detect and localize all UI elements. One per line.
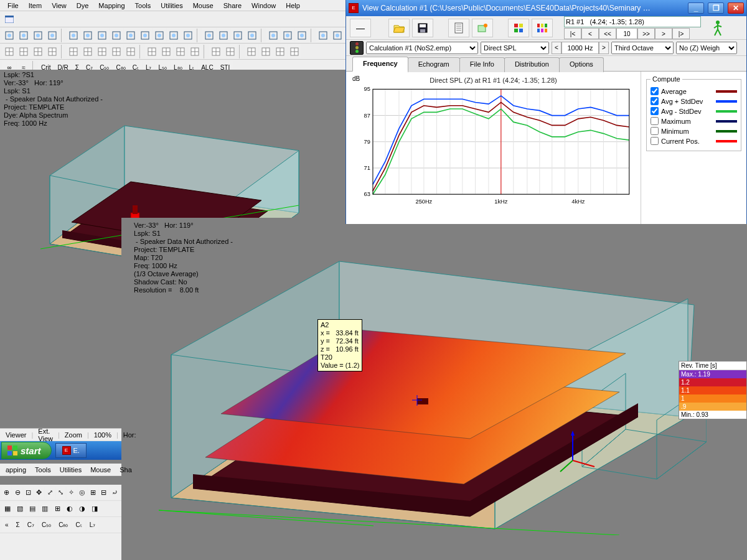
nav-btn[interactable]: > xyxy=(655,28,672,39)
menu-mouse[interactable]: Mouse xyxy=(188,1,218,11)
scale3-icon[interactable] xyxy=(273,45,287,58)
status-item[interactable]: Zoom xyxy=(61,431,86,439)
tool-icon[interactable]: ⤡ xyxy=(56,487,65,499)
close-button[interactable]: ✕ xyxy=(728,2,744,14)
room-big-render[interactable] xyxy=(146,243,707,535)
grad-cap-icon[interactable] xyxy=(281,29,294,42)
menu-file[interactable]: File xyxy=(2,1,24,11)
freq-prev-icon[interactable]: < xyxy=(552,42,561,54)
gear-icon[interactable] xyxy=(331,29,344,42)
menu-utilities[interactable]: Utilities xyxy=(156,1,187,11)
open-icon[interactable] xyxy=(388,19,410,37)
menu-help[interactable]: Help xyxy=(281,1,305,11)
readout-field[interactable] xyxy=(564,16,701,27)
tool-icon[interactable]: ⊟ xyxy=(99,487,108,499)
target3-icon[interactable] xyxy=(231,29,245,42)
compute-maximum[interactable]: Maximum xyxy=(651,117,737,125)
compute-avgstddev[interactable]: Avg + StdDev xyxy=(651,97,737,105)
printer-icon[interactable] xyxy=(2,29,16,42)
menu-mapping[interactable]: Mapping xyxy=(93,1,129,11)
tool-icon[interactable]: ⊡ xyxy=(24,487,33,499)
nav-btn[interactable]: >> xyxy=(637,28,655,39)
metric-button[interactable]: Σ xyxy=(13,519,23,531)
checkbox[interactable] xyxy=(651,127,659,135)
checkbox[interactable] xyxy=(651,107,659,115)
target4-icon[interactable] xyxy=(245,29,259,42)
clipboard-icon[interactable] xyxy=(17,29,31,42)
calc-select[interactable]: Calculation #1 (NoS2.emp) xyxy=(366,42,478,54)
tool-icon[interactable]: ◎ xyxy=(78,487,87,499)
menu-item[interactable]: Mouse xyxy=(87,466,115,474)
compute-minimum[interactable]: Minimum xyxy=(651,127,737,135)
tool-icon[interactable]: ⊞ xyxy=(88,487,98,499)
menu-item[interactable]: apping xyxy=(2,466,30,474)
metric-button[interactable]: Cₜ xyxy=(72,519,85,531)
tool-icon[interactable]: ✧ xyxy=(67,487,76,499)
tool-icon[interactable]: ⊖ xyxy=(12,487,22,499)
grid4-icon[interactable] xyxy=(45,45,59,58)
scale1-icon[interactable] xyxy=(245,45,258,58)
nav-btn[interactable]: |< xyxy=(564,28,581,39)
wire3-icon[interactable] xyxy=(95,45,109,58)
menu-item[interactable]: Utilities xyxy=(56,466,85,474)
wire4-icon[interactable] xyxy=(110,45,123,58)
hand-icon[interactable] xyxy=(181,29,195,42)
tool-icon[interactable]: ▦ xyxy=(2,503,13,515)
calc-titlebar[interactable]: E View Calculation #1 (C:\Users\Public\D… xyxy=(346,0,746,16)
nav-btn[interactable]: < xyxy=(581,28,599,39)
start-button[interactable]: start xyxy=(1,442,52,459)
menu-item[interactable]: Sha xyxy=(116,466,136,474)
freq-next-icon[interactable]: > xyxy=(599,42,609,54)
flag-icon[interactable] xyxy=(295,29,309,42)
menu-view[interactable]: View xyxy=(47,1,72,11)
arrange-1-icon[interactable] xyxy=(508,19,529,37)
minimize-button[interactable]: _ xyxy=(688,2,704,14)
spl-chart[interactable]: 6371798795250Hz1kHz4kHz xyxy=(352,84,634,208)
metric-button[interactable]: L₇ xyxy=(87,519,99,531)
menu-item[interactable]: Item xyxy=(24,1,47,11)
scale4-icon[interactable] xyxy=(288,45,301,58)
cursor-icon[interactable] xyxy=(67,29,80,42)
scale2-icon[interactable] xyxy=(259,45,273,58)
rect-icon[interactable] xyxy=(110,29,123,42)
tool-icon[interactable]: ◑ xyxy=(77,503,88,515)
tab-echogram[interactable]: Echogram xyxy=(408,57,460,72)
text-icon[interactable] xyxy=(167,29,181,42)
weight-select[interactable]: No (Z) Weigh xyxy=(676,42,737,54)
erase-icon[interactable] xyxy=(153,29,166,42)
compute-currentpos[interactable]: Current Pos. xyxy=(651,137,737,145)
tool-icon[interactable]: ▥ xyxy=(39,503,50,515)
compute-avgstddev[interactable]: Avg - StdDev xyxy=(651,107,737,115)
pencil-icon[interactable] xyxy=(81,29,95,42)
export-icon[interactable] xyxy=(472,19,493,37)
document-icon[interactable] xyxy=(448,19,469,37)
metric-button[interactable]: C₇ xyxy=(24,519,37,531)
grid1-icon[interactable] xyxy=(2,45,16,58)
color3-icon[interactable] xyxy=(174,45,187,58)
person-icon[interactable] xyxy=(266,29,280,42)
save-icon[interactable] xyxy=(412,19,433,37)
band-select[interactable]: Third Octave xyxy=(611,42,674,54)
measure-select[interactable]: Direct SPL xyxy=(481,42,549,54)
checkbox[interactable] xyxy=(651,117,659,125)
wire1-icon[interactable] xyxy=(67,45,80,58)
tab-options[interactable]: Options xyxy=(559,57,604,72)
tab-frequency[interactable]: Frequency xyxy=(352,57,408,72)
tab-distribution[interactable]: Distribution xyxy=(504,57,560,72)
nav-index-field[interactable] xyxy=(616,28,637,39)
pedestrian-icon[interactable] xyxy=(710,19,726,37)
tool-icon[interactable]: ◐ xyxy=(64,503,75,515)
tab-file-info[interactable]: File Info xyxy=(459,57,505,72)
metric-button[interactable]: C₅₀ xyxy=(39,519,54,531)
menu-share[interactable]: Share xyxy=(218,1,247,11)
tool-icon[interactable]: ▧ xyxy=(14,503,26,515)
checkbox[interactable] xyxy=(651,97,659,105)
grid2-icon[interactable] xyxy=(17,45,31,58)
nav-btn[interactable]: |> xyxy=(672,28,690,39)
map1-icon[interactable] xyxy=(209,45,223,58)
task-button[interactable]: E E. xyxy=(55,443,87,458)
wire2-icon[interactable] xyxy=(81,45,95,58)
bulb-icon[interactable] xyxy=(316,29,330,42)
eye-icon[interactable] xyxy=(45,29,59,42)
menu-item[interactable]: Tools xyxy=(31,466,55,474)
